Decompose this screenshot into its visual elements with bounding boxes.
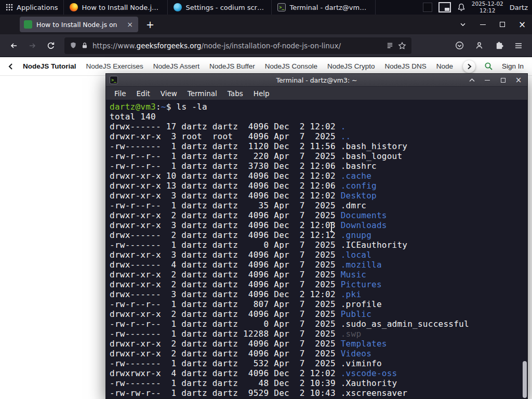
terminal-output-line: drwxr-xr-x 13 dartz dartz 4096 Dec 2 12:… [110,181,521,191]
applications-menu-button[interactable]: Applications [0,0,64,15]
reader-mode-icon[interactable] [386,42,394,49]
terminal-menu-help[interactable]: Help [248,88,275,99]
clock-date: 2025-12-02 [472,1,503,7]
file-attributes: drwxr-xr-x 3 dartz dartz 4096 Apr 7 2025 [110,250,341,260]
terminal-output-line: -rw-r--r-- 1 dartz dartz 807 Apr 7 2025 … [110,299,521,309]
site-nav-item-nodejs-console[interactable]: NodeJS Console [265,62,317,70]
file-name: .sudo_as_admin_successful [341,319,469,329]
reload-button[interactable] [43,37,59,54]
terminal-menu-terminal[interactable]: Terminal [182,88,222,99]
panel-clock[interactable]: 2025-12-02 12:12 [472,1,503,14]
browser-tab[interactable]: How to Install Node.js on × [20,17,138,32]
site-nav-item-nodejs-tutorial[interactable]: NodeJS Tutorial [23,62,76,70]
taskbar-window-terminal[interactable]: Terminal - dartz@vm3: ~ [272,0,376,15]
url-text: https://www.geeksforgeeks.org/node-js/in… [92,42,382,50]
terminal-output-line: -rw------- 1 dartz dartz 1120 Dec 2 11:5… [110,141,521,151]
account-icon[interactable] [475,41,484,50]
tracking-shield-icon[interactable] [70,42,77,49]
file-attributes: drwxr-xr-x 2 dartz dartz 4096 Apr 7 2025 [110,210,341,220]
forward-button[interactable] [24,37,41,54]
taskbar-window-settings[interactable]: Settings - codium script... [168,0,272,15]
terminal-menu-file[interactable]: File [109,88,131,99]
systray-screen-icon[interactable] [438,2,451,12]
terminal-menu-tabs[interactable]: Tabs [222,88,248,99]
minimize-icon [480,24,486,25]
terminal-menu-view[interactable]: View [155,88,182,99]
site-nav-item-nodejs-exercises[interactable]: NodeJS Exercises [86,62,143,70]
chevron-up-icon [469,78,475,82]
dir-name: .pki [341,289,362,299]
terminal-output-line: drwxr-xr-x 3 dartz dartz 4096 Apr 7 2025… [110,250,521,260]
browser-maximize-button[interactable] [493,15,512,34]
geeksforgeeks-favicon [24,20,32,29]
taskbar-window-title: Terminal - dartz@vm3: ~ [289,4,369,11]
bookmark-star-icon[interactable] [398,42,406,50]
browser-minimize-button[interactable] [473,15,493,34]
taskbar-window-firefox[interactable]: How to Install Node.js o... [64,0,168,15]
file-attributes: drwx------ 2 dartz dartz 4096 Dec 2 12:1… [110,230,341,240]
file-name: .bash_history [341,141,407,151]
terminal-window-icon [110,76,118,84]
maximize-icon [501,78,506,83]
terminal-menu-edit[interactable]: Edit [131,88,155,99]
terminal-output-line: drwxr-xr-x 2 dartz dartz 4096 Apr 7 2025… [110,270,521,280]
terminal-scrollbar-thumb[interactable] [523,361,527,398]
site-nav-item-nodejs-buffer[interactable]: NodeJS Buffer [209,62,255,70]
terminal-output-line: -rw------- 1 dartz dartz 12288 Apr 7 202… [110,329,521,339]
tab-close-icon[interactable]: × [126,20,134,29]
file-attributes: drwxrwxr-x 4 dartz dartz 4096 Dec 2 12:0… [110,368,341,378]
site-nav-item-nodejs-crypto[interactable]: NodeJS Crypto [327,62,375,70]
terminal-window: Terminal - dartz@vm3: ~ × FileEditViewTe… [105,73,528,399]
terminal-icon [277,3,286,11]
browser-close-button[interactable]: × [512,15,532,34]
terminal-output-line: drwxrwxr-x 4 dartz dartz 4096 Dec 2 12:0… [110,368,521,378]
terminal-output-line: -rw-r--r-- 1 dartz dartz 0 Apr 7 2025 .s… [110,319,521,329]
site-nav-item-nodejs-dns[interactable]: NodeJS DNS [385,62,427,70]
nav-scroll-right-button[interactable] [463,60,475,73]
extensions-puzzle-icon[interactable] [495,41,503,50]
terminal-body[interactable]: dartz@vm3:~$ ls -latotal 140drwx------ 1… [106,100,527,398]
desktop-screen: Applications How to Install Node.js o...… [0,0,532,399]
search-icon[interactable] [484,62,493,71]
file-attributes: drwx------ 4 dartz dartz 4096 Apr 7 2025 [110,260,341,270]
site-nav-item-node[interactable]: Node [436,62,453,70]
pocket-icon[interactable] [455,41,464,50]
list-all-tabs-button[interactable] [453,15,473,34]
file-attributes: drwxr-xr-x 10 dartz dartz 4096 Dec 2 12:… [110,171,341,181]
notification-bell-icon[interactable] [457,3,466,11]
systray-window-icon[interactable] [423,3,432,12]
file-attributes: -rw------- 1 dartz dartz 532 Apr 7 2025 [110,358,341,368]
new-tab-button[interactable]: + [142,17,158,32]
terminal-maximize-button[interactable] [499,78,507,83]
terminal-titlebar[interactable]: Terminal - dartz@vm3: ~ × [106,74,527,86]
file-attributes: drwx------ 3 dartz dartz 4096 Dec 2 12:0… [110,289,341,299]
terminal-output-line: drwxr-xr-x 10 dartz dartz 4096 Dec 2 12:… [110,171,521,181]
apps-grid-icon [6,4,13,11]
dir-name: Pictures [341,280,382,289]
prompt-symbol: $ [166,102,177,112]
menu-hamburger-icon[interactable] [514,42,523,50]
sign-in-button[interactable]: Sign In [502,62,525,70]
back-button[interactable] [5,37,22,54]
terminal-output-line: drwxr-xr-x 3 dartz dartz 4096 Dec 2 12:0… [110,191,521,201]
nav-scroll-left-icon[interactable] [7,63,14,70]
panel-user-label: Dartz [510,4,528,11]
site-nav-item-list: NodeJS TutorialNodeJS ExercisesNodeJS As… [23,62,454,70]
terminal-output-line: total 140 [110,112,521,122]
terminal-minimize-button[interactable] [484,80,491,81]
file-attributes: drwxr-xr-x 3 dartz dartz 4096 Dec 2 12:0… [110,220,341,230]
terminal-output-line: -rw-rw-r-- 1 dartz dartz 9529 Dec 2 10:4… [110,388,521,398]
terminal-menubar: FileEditViewTerminalTabsHelp [106,86,527,100]
lock-icon[interactable] [81,42,88,49]
file-attributes: drwxr-xr-x 2 dartz dartz 4096 Apr 7 2025 [110,349,341,358]
file-attributes: -rw-r--r-- 1 dartz dartz 3730 Dec 2 12:0… [110,161,341,171]
terminal-shade-button[interactable] [468,78,475,82]
site-nav-item-nodejs-assert[interactable]: NodeJS Assert [153,62,200,70]
prompt-separator: : [156,102,161,112]
file-attributes: -rw-rw-r-- 1 dartz dartz 9529 Dec 2 10:4… [110,388,341,398]
terminal-output-line: -rw------- 1 dartz dartz 48 Dec 2 10:39 … [110,378,521,388]
url-scheme: https://www. [92,42,137,50]
file-name: .bashrc [341,161,377,171]
terminal-close-button[interactable]: × [515,75,522,85]
url-bar[interactable]: https://www.geeksforgeeks.org/node-js/in… [64,37,411,54]
